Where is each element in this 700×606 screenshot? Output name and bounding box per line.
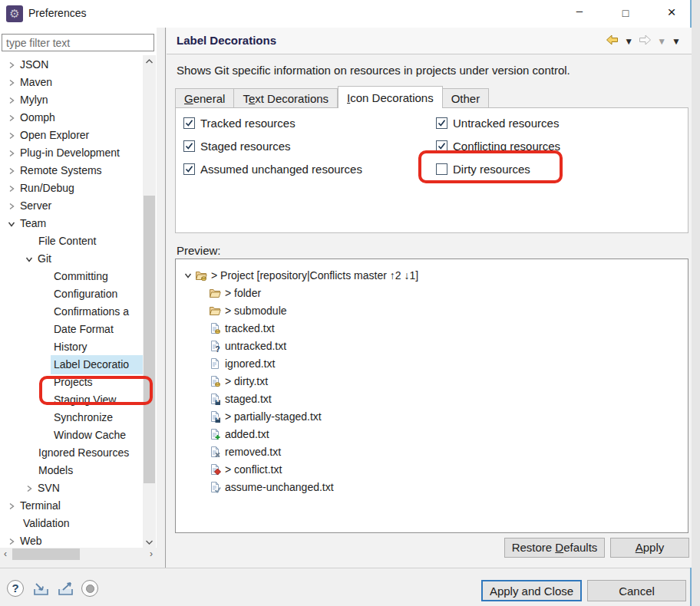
tab-icon-decorations[interactable]: Icon Decorations — [338, 86, 443, 108]
sidebar-tree-item[interactable]: Staging View — [0, 391, 143, 409]
preview-tree-item[interactable]: > folder — [176, 284, 688, 301]
tab-general[interactable]: General — [175, 88, 234, 108]
chevron-right-icon[interactable] — [6, 79, 17, 87]
chevron-right-icon[interactable] — [6, 502, 17, 510]
checkbox-untracked-resources[interactable]: Untracked resources — [436, 115, 559, 130]
restore-defaults-button[interactable]: Restore Defaults — [504, 538, 605, 558]
sidebar-tree-item[interactable]: JSON — [0, 56, 143, 74]
chevron-right-icon[interactable] — [24, 485, 35, 492]
sidebar-tree-item[interactable]: Validation — [0, 515, 143, 532]
preview-tree-item[interactable]: tracked.txt — [176, 319, 688, 337]
sidebar-tree-item[interactable]: Confirmations a — [0, 303, 143, 321]
sidebar-tree-item[interactable]: Ignored Resources — [0, 444, 143, 462]
preview-tree-item[interactable]: > Project [repository|Conflicts master ↑… — [176, 266, 688, 284]
chevron-right-icon[interactable] — [6, 185, 17, 193]
sidebar-tree-item[interactable]: Mylyn — [0, 91, 143, 109]
import-icon[interactable] — [31, 581, 51, 600]
preview-tree-item[interactable]: removed.txt — [176, 443, 688, 460]
sidebar-tree-item[interactable]: Maven — [0, 74, 143, 91]
help-icon[interactable]: ? — [7, 580, 24, 597]
sidebar-tree-item[interactable]: History — [0, 338, 143, 356]
apply-button[interactable]: Apply — [610, 538, 689, 558]
sidebar-tree-item[interactable]: Configuration — [0, 285, 143, 303]
sidebar-tree-item[interactable]: Git — [0, 250, 143, 268]
unchecked-checkbox-icon[interactable] — [436, 163, 447, 175]
sidebar-tree-item[interactable]: Server — [0, 197, 143, 215]
sidebar-tree-item[interactable]: SVN — [0, 479, 143, 497]
chevron-right-icon[interactable] — [6, 538, 17, 545]
scrollbar-thumb[interactable] — [144, 196, 155, 483]
preview-tree-item[interactable]: added.txt — [176, 425, 688, 443]
forward-history-dropdown-icon[interactable]: ▼ — [657, 36, 666, 47]
footer-bar: ? Apply and Close Cancel — [0, 568, 690, 606]
sidebar-tree-item[interactable]: Label Decoratio — [0, 356, 143, 374]
checkbox-dirty-resources[interactable]: Dirty resources — [436, 161, 530, 176]
forward-arrow-icon[interactable] — [639, 35, 652, 48]
chevron-right-icon[interactable] — [6, 114, 17, 122]
maximize-button[interactable]: □ — [612, 2, 639, 25]
sidebar-tree-item[interactable]: Terminal — [0, 497, 143, 515]
scroll-up-icon[interactable] — [143, 55, 156, 68]
filter-input[interactable] — [2, 34, 154, 51]
preference-recorder-icon[interactable] — [81, 580, 98, 597]
sidebar-tree-item[interactable]: Team — [0, 215, 143, 232]
sidebar-tree-item[interactable]: Models — [0, 462, 143, 479]
chevron-right-icon[interactable] — [6, 167, 17, 175]
chevron-right-icon[interactable] — [6, 150, 17, 157]
sidebar-tree-item[interactable]: Plug-in Development — [0, 144, 143, 162]
preview-tree-item[interactable]: ?untracked.txt — [176, 337, 688, 354]
checked-checkbox-icon[interactable] — [436, 140, 447, 152]
chevron-down-icon[interactable] — [24, 255, 35, 263]
sidebar-horizontal-scrollbar[interactable]: ‹ › — [0, 548, 157, 561]
close-button[interactable]: × — [659, 2, 685, 25]
preview-tree-item[interactable]: > dirty.txt — [176, 372, 688, 390]
sidebar-tree-item[interactable]: Committing — [0, 268, 143, 285]
preview-tree-item[interactable]: assume-unchanged.txt — [176, 478, 688, 496]
scroll-down-icon[interactable] — [143, 535, 156, 548]
sidebar-tree-item[interactable]: Projects — [0, 374, 143, 391]
chevron-right-icon[interactable] — [6, 203, 17, 210]
checked-checkbox-icon[interactable] — [183, 117, 195, 129]
back-history-dropdown-icon[interactable]: ▼ — [624, 36, 633, 47]
sidebar-tree-item[interactable]: Web — [0, 532, 143, 548]
chevron-down-icon[interactable] — [182, 272, 194, 279]
checked-checkbox-icon[interactable] — [436, 117, 447, 129]
sidebar-tree-item[interactable]: Window Cache — [0, 427, 143, 444]
preview-tree-item[interactable]: *> partially-staged.txt — [176, 407, 688, 425]
scroll-left-icon[interactable]: ‹ — [0, 548, 11, 561]
tab-other[interactable]: Other — [443, 88, 490, 108]
sidebar-tree-item[interactable]: Synchronize — [0, 409, 143, 427]
checked-checkbox-icon[interactable] — [183, 163, 195, 175]
scrollbar-thumb[interactable] — [12, 548, 80, 560]
export-icon[interactable] — [56, 581, 76, 600]
sidebar-tree-item[interactable]: Oomph — [0, 109, 143, 127]
sidebar-tree-item[interactable]: File Content — [0, 232, 143, 250]
tab-text-decorations[interactable]: Text Decorations — [234, 88, 338, 108]
checkbox-assumed-unchanged-resources[interactable]: Assumed unchanged resources — [183, 161, 362, 176]
back-arrow-icon[interactable] — [606, 35, 619, 48]
preview-tree-item[interactable]: *staged.txt — [176, 390, 688, 407]
chevron-down-icon[interactable] — [6, 220, 17, 228]
sidebar-tree-item[interactable]: Open Explorer — [0, 127, 143, 144]
sidebar-tree-item[interactable]: Date Format — [0, 321, 143, 338]
scroll-right-icon[interactable]: › — [146, 548, 157, 561]
chevron-right-icon[interactable] — [6, 132, 17, 140]
view-menu-icon[interactable]: ▼ — [672, 36, 681, 47]
chevron-right-icon[interactable] — [6, 61, 17, 69]
checkbox-conflicting-resources[interactable]: Conflicting resources — [436, 138, 560, 153]
minimize-button[interactable]: – — [566, 2, 593, 25]
checkbox-staged-resources[interactable]: Staged resources — [183, 138, 291, 153]
apply-and-close-button[interactable]: Apply and Close — [481, 580, 582, 601]
cancel-button[interactable]: Cancel — [587, 580, 686, 601]
preview-tree-item[interactable]: > conflict.txt — [176, 460, 688, 478]
sidebar-vertical-scrollbar[interactable] — [143, 55, 156, 548]
preview-tree-item[interactable]: > submodule — [176, 301, 688, 319]
preview-tree-item[interactable]: ignored.txt — [176, 354, 688, 372]
sidebar-item-label: Server — [17, 196, 54, 216]
checked-checkbox-icon[interactable] — [183, 140, 195, 152]
checkbox-tracked-resources[interactable]: Tracked resources — [183, 115, 296, 130]
sidebar-tree-item[interactable]: Remote Systems — [0, 162, 143, 179]
sidebar-tree-item[interactable]: Run/Debug — [0, 179, 143, 197]
file-staged-icon: * — [208, 393, 222, 405]
chevron-right-icon[interactable] — [6, 97, 17, 104]
